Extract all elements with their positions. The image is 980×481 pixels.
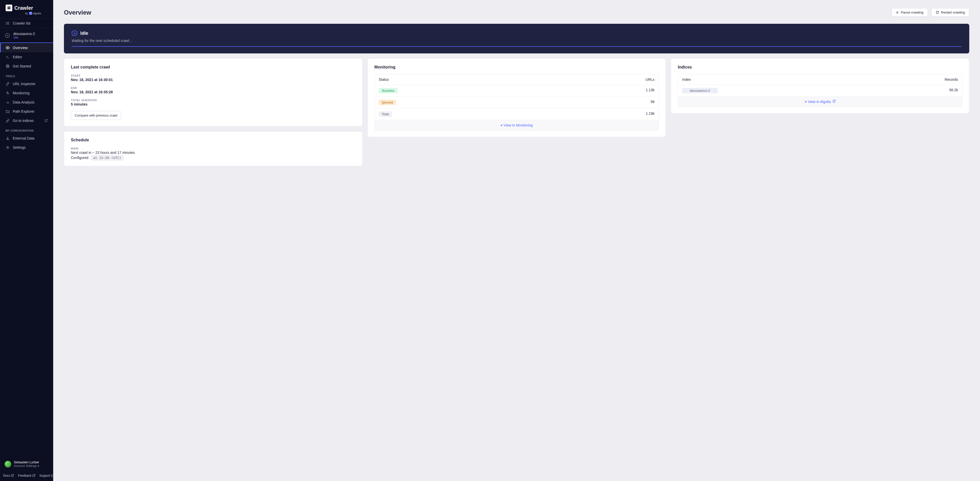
folder-icon: [6, 110, 10, 113]
svg-line-12: [6, 65, 7, 66]
indices-header-row: Index Records: [678, 75, 962, 85]
crawler-status: Idle: [13, 36, 35, 40]
account-settings-link[interactable]: Account Settings ▾: [14, 464, 39, 468]
sidebar-tools-heading: TOOLS: [0, 71, 53, 79]
bar-chart-icon: [6, 100, 10, 104]
brand-name: Crawler: [14, 5, 33, 11]
status-progress-bar: [72, 46, 962, 47]
monitoring-title: Monitoring: [374, 65, 659, 70]
sidebar-go-to-indices-label: Go to indices: [13, 119, 34, 123]
svg-line-21: [12, 475, 14, 476]
pause-crawling-button[interactable]: Pause crawling: [891, 8, 928, 17]
status-state: Idle: [80, 31, 88, 36]
crawler-entry[interactable]: docusaurus-2 Idle: [0, 28, 53, 43]
indices-row: docusaurus-2 56.2k: [678, 85, 962, 97]
restart-crawling-button[interactable]: Restart crawling: [931, 8, 969, 17]
crawler-name: docusaurus-2: [13, 32, 35, 36]
sidebar-editor-label: Editor: [13, 55, 22, 59]
end-value: Nov. 18, 2021 at 16:35:28: [71, 90, 355, 94]
monitoring-table: Status URLs Success 1.13k Ignored 58 Tot…: [374, 74, 659, 130]
monitoring-row-success: Success 1.13k: [375, 85, 659, 97]
sidebar-external-data-label: External Data: [13, 136, 35, 140]
sidebar-item-data-analysis[interactable]: Data Analysis: [0, 98, 53, 107]
footer-support[interactable]: Support: [40, 474, 54, 478]
crawler-progress-bar: [0, 43, 53, 43]
sidebar-monitoring-label: Monitoring: [13, 91, 29, 95]
sidebar-item-path-explorer[interactable]: Path Explorer: [0, 107, 53, 116]
svg-line-19: [46, 119, 47, 121]
sidebar: Crawler by algolia Crawler list docusaur…: [0, 0, 53, 481]
sidebar-item-crawler-list[interactable]: Crawler list: [0, 19, 53, 28]
sidebar-settings-label: Settings: [13, 145, 26, 149]
user-name: Sebastien Lorber: [14, 460, 39, 464]
sidebar-item-monitoring[interactable]: Monitoring: [0, 89, 53, 98]
sidebar-item-go-to-indices[interactable]: Go to indices: [0, 116, 53, 125]
duration-value: 5 minutes: [71, 102, 355, 106]
records-value: 56.2k: [949, 88, 958, 93]
list-icon: [6, 21, 10, 25]
eye-icon: [6, 46, 10, 50]
external-link-icon: [11, 474, 14, 477]
success-pill: Success: [379, 88, 398, 93]
status-message: Waiting for the next scheduled crawl...: [72, 38, 962, 43]
refresh-icon: [936, 11, 939, 14]
sidebar-item-overview[interactable]: Overview: [0, 43, 53, 52]
sidebar-item-get-started[interactable]: Get Started: [0, 62, 53, 71]
algolia-badge: algolia: [29, 12, 41, 15]
svg-rect-0: [7, 6, 11, 8]
sidebar-path-explorer-label: Path Explorer: [13, 110, 35, 113]
svg-line-13: [8, 65, 9, 66]
sidebar-overview-label: Overview: [13, 46, 28, 50]
clock-icon: [5, 33, 10, 38]
link-icon: [6, 119, 10, 123]
indices-card: Indices Index Records docusaurus-2 56.2k…: [671, 59, 969, 113]
schedule-title: Schedule: [71, 138, 355, 142]
page-title: Overview: [64, 9, 91, 16]
svg-point-20: [7, 147, 8, 148]
sidebar-item-settings[interactable]: Settings: [0, 143, 53, 152]
success-value: 1.13k: [646, 88, 654, 93]
crawler-logo-icon: [6, 5, 12, 11]
external-link-icon: [45, 119, 48, 122]
status-banner: Idle Waiting for the next scheduled craw…: [64, 24, 969, 53]
brand-block: Crawler by algolia: [0, 0, 53, 19]
svg-point-11: [7, 66, 8, 67]
last-crawl-card: Last complete crawl START Nov. 18, 2021 …: [64, 59, 363, 126]
sidebar-item-external-data[interactable]: External Data: [0, 134, 53, 143]
main-content: Overview Pause crawling Restart crawling…: [53, 0, 980, 481]
avatar: [5, 461, 11, 467]
view-in-monitoring-link[interactable]: + View in Monitoring: [375, 120, 659, 130]
ignored-pill: Ignored: [379, 100, 396, 105]
sidebar-item-url-inspector[interactable]: URL Inspector: [0, 79, 53, 89]
plus-icon: +: [805, 100, 807, 104]
footer-feedback[interactable]: Feedback: [18, 474, 35, 478]
indices-table: Index Records docusaurus-2 56.2k + View …: [678, 74, 963, 107]
svg-point-7: [6, 24, 6, 25]
schedule-main-label: MAIN: [71, 147, 355, 150]
svg-point-5: [6, 22, 6, 22]
footer-docs[interactable]: Docs: [3, 474, 14, 478]
link-icon: [6, 82, 10, 86]
schedule-configured: Configured: [71, 156, 89, 160]
user-block[interactable]: Sebastien Lorber Account Settings ▾: [0, 457, 53, 471]
external-link-icon: [32, 474, 35, 477]
monitoring-row-ignored: Ignored 58: [375, 97, 659, 108]
view-in-algolia-link[interactable]: + View in Algolia: [678, 97, 962, 107]
terminal-icon: [6, 55, 10, 59]
sidebar-item-editor[interactable]: Editor: [0, 52, 53, 62]
indices-title: Indices: [678, 65, 963, 70]
algolia-mark-icon: [29, 12, 32, 15]
svg-line-26: [834, 100, 835, 101]
plus-icon: +: [501, 123, 503, 127]
last-crawl-title: Last complete crawl: [71, 65, 355, 70]
monitoring-row-total: Total 1.19k: [375, 108, 659, 120]
monitoring-col-status: Status: [379, 78, 389, 81]
sidebar-data-analysis-label: Data Analysis: [13, 100, 35, 104]
compare-crawl-button[interactable]: Compare with previous crawl: [71, 111, 121, 120]
total-value: 1.19k: [646, 111, 654, 117]
sidebar-url-inspector-label: URL Inspector: [13, 82, 35, 86]
svg-line-15: [8, 67, 9, 67]
topbar: Overview Pause crawling Restart crawling: [53, 0, 980, 24]
indices-col-index: Index: [682, 78, 691, 81]
life-ring-icon: [6, 64, 10, 68]
